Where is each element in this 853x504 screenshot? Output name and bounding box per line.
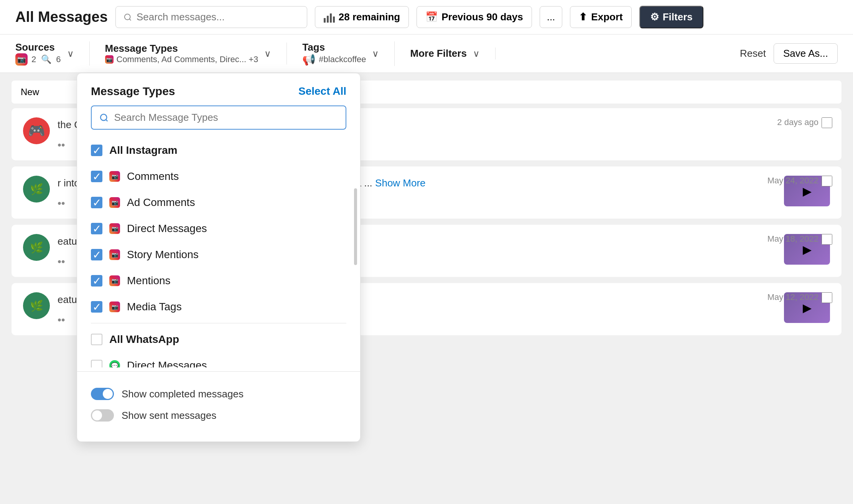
ig-icon: 📷 [109, 197, 120, 208]
more-action-icon[interactable]: •• [58, 255, 65, 268]
card-date: May 24, 2022 [767, 176, 818, 186]
bar-chart-icon [324, 12, 335, 23]
scrollbar[interactable] [354, 188, 357, 265]
tags-value: #blackcoffee [319, 54, 366, 64]
message-types-filter[interactable]: Message Types 📷 Comments, Ad Comments, D… [105, 43, 287, 64]
list-item[interactable]: ✓ 📷 Media Tags [91, 294, 346, 320]
instagram-source-icon: 📷 [15, 53, 28, 66]
more-filters-filter[interactable]: More Filters ∨ [410, 48, 495, 59]
tags-chevron: ∨ [372, 48, 379, 59]
card-checkbox[interactable] [822, 117, 832, 128]
dropdown-footer: Show completed messages Show sent messag… [77, 371, 360, 430]
more-filters-chevron: ∨ [473, 48, 480, 59]
sources-label: Sources [15, 41, 61, 53]
mentions-checkbox[interactable]: ✓ [91, 275, 102, 287]
mentions-label: Mentions [127, 275, 171, 287]
avatar: 🎮 [23, 117, 50, 144]
list-item[interactable]: All WhatsApp [91, 326, 346, 352]
header: All Messages 28 remaining 📅 Previous 90 … [0, 0, 853, 35]
list-item[interactable]: ✓ 📷 Comments [91, 163, 346, 189]
search-source-icon: 🔍 [40, 53, 52, 66]
toggle-row: Show completed messages [91, 383, 346, 405]
remaining-button[interactable]: 28 remaining [315, 6, 409, 28]
toggle-knob [103, 389, 113, 399]
ellipsis-icon: ... [547, 11, 555, 23]
tags-filter[interactable]: Tags 📢 #blackcoffee ∨ [302, 41, 395, 66]
ig-icon-types: 📷 [105, 55, 114, 64]
more-filters-label: More Filters [410, 48, 466, 59]
more-options-button[interactable]: ... [540, 6, 563, 28]
avatar: 🌿 [23, 176, 50, 203]
list-item[interactable]: ✓ All Instagram [91, 137, 346, 163]
search-count: 6 [56, 54, 61, 64]
direct-messages-ig-checkbox[interactable]: ✓ [91, 223, 102, 234]
media-tags-label: Media Tags [127, 301, 182, 313]
comments-checkbox[interactable]: ✓ [91, 171, 102, 182]
more-action-icon[interactable]: •• [58, 314, 65, 326]
calendar-icon: 📅 [425, 11, 438, 23]
main-area: New 🎮 the Chicago Bears making a single … [0, 73, 853, 504]
svg-line-1 [129, 19, 131, 20]
show-more-link[interactable]: Show More [375, 177, 426, 189]
search-input[interactable] [137, 11, 299, 23]
wa-direct-messages-checkbox[interactable] [91, 360, 102, 367]
all-instagram-checkbox[interactable]: ✓ [91, 145, 102, 156]
all-whatsapp-label: All WhatsApp [109, 333, 179, 346]
search-icon [124, 13, 132, 22]
avatar: 🌿 [23, 292, 50, 319]
search-icon [99, 113, 109, 123]
export-icon: ⬆ [579, 11, 587, 23]
more-action-icon[interactable]: •• [58, 197, 65, 209]
message-types-dropdown: Message Types Select All ✓ All Instagram… [77, 73, 361, 442]
list-item[interactable]: 💬 Direct Messages [91, 352, 346, 367]
message-type-search-input[interactable] [114, 112, 338, 124]
story-mentions-checkbox[interactable]: ✓ [91, 249, 102, 260]
more-action-icon[interactable]: •• [58, 139, 65, 151]
filters-label: Filters [663, 11, 693, 23]
section-divider [91, 323, 346, 323]
list-item[interactable]: ✓ 📷 Direct Messages [91, 216, 346, 242]
show-sent-toggle[interactable] [91, 409, 114, 422]
dropdown-title: Message Types [91, 85, 175, 98]
wa-direct-messages-label: Direct Messages [127, 359, 207, 367]
instagram-count: 2 [31, 54, 36, 64]
ad-comments-checkbox[interactable]: ✓ [91, 197, 102, 208]
all-whatsapp-checkbox[interactable] [91, 334, 102, 345]
filter-bar: Sources 📷 2 🔍 6 ∨ Message Types 📷 Commen… [0, 35, 853, 73]
list-item[interactable]: ✓ 📷 Ad Comments [91, 189, 346, 216]
toggle-knob [92, 410, 102, 420]
ig-icon: 📷 [109, 249, 120, 260]
show-completed-toggle[interactable] [91, 388, 114, 400]
list-item[interactable]: ✓ 📷 Story Mentions [91, 242, 346, 268]
sources-filter[interactable]: Sources 📷 2 🔍 6 ∨ [15, 41, 90, 66]
show-completed-label: Show completed messages [122, 388, 244, 400]
tags-sub: 📢 #blackcoffee [302, 53, 366, 66]
export-label: Export [591, 11, 622, 23]
remaining-label: 28 remaining [339, 11, 400, 23]
card-checkbox[interactable] [822, 292, 832, 303]
message-types-sub: 📷 Comments, Ad Comments, Direc... +3 [105, 54, 259, 64]
message-search-bar[interactable] [115, 6, 307, 28]
export-button[interactable]: ⬆ Export [570, 6, 631, 28]
filters-button[interactable]: ⚙ Filters [639, 6, 703, 28]
select-all-button[interactable]: Select All [298, 85, 346, 97]
story-mentions-label: Story Mentions [127, 249, 199, 261]
svg-point-2 [100, 114, 107, 120]
sources-chevron: ∨ [67, 48, 74, 59]
message-types-value: Comments, Ad Comments, Direc... +3 [117, 54, 259, 64]
avatar: 🌿 [23, 234, 50, 261]
save-as-button[interactable]: Save As... [774, 43, 838, 64]
dropdown-list: ✓ All Instagram ✓ 📷 Comments ✓ 📷 Ad Comm… [77, 137, 360, 367]
filter-icon: ⚙ [650, 11, 659, 23]
card-checkbox[interactable] [822, 176, 832, 186]
list-item[interactable]: ✓ 📷 Mentions [91, 268, 346, 294]
show-sent-label: Show sent messages [122, 410, 216, 422]
date-range-button[interactable]: 📅 Previous 90 days [417, 6, 532, 28]
reset-button[interactable]: Reset [740, 48, 766, 59]
ig-icon: 📷 [109, 223, 120, 234]
message-type-search[interactable] [91, 105, 346, 130]
card-checkbox[interactable] [822, 234, 832, 245]
card-date: 2 days ago [777, 117, 818, 127]
date-range-label: Previous 90 days [441, 11, 523, 23]
media-tags-checkbox[interactable]: ✓ [91, 301, 102, 313]
